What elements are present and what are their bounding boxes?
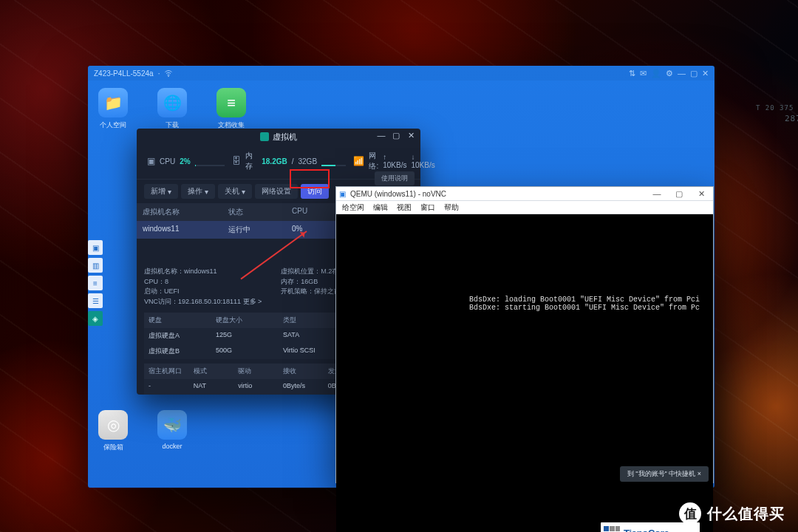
shutdown-button[interactable]: 关机▾ xyxy=(218,184,252,199)
usage-button[interactable]: 使用说明 xyxy=(375,171,415,185)
menu-item[interactable]: 视图 xyxy=(397,202,412,213)
wifi-icon xyxy=(164,69,173,78)
vm-close-icon[interactable]: ✕ xyxy=(404,129,417,142)
desktop-icon-personal[interactable]: 📁个人空间 xyxy=(92,88,134,130)
menu-item[interactable]: 窗口 xyxy=(420,202,435,213)
folder-icon: 📁 xyxy=(98,88,128,117)
dock-item-3[interactable]: ≡ xyxy=(88,276,103,290)
left-dock: ▣ ▥ ≡ ☰ ◈ xyxy=(88,240,103,326)
transfer-icon[interactable]: ⇅ xyxy=(629,69,635,78)
chevron-down-icon: ▾ xyxy=(242,188,245,196)
gear-icon[interactable]: ⚙ xyxy=(666,69,673,78)
watermark: 值 什么值得买 xyxy=(679,502,785,525)
dock-item-4[interactable]: ☰ xyxy=(88,293,103,308)
win-maximize-icon[interactable]: ▢ xyxy=(670,189,688,199)
network-icon: 📶 xyxy=(353,156,364,166)
desktop-icons-row-top: 📁个人空间 🌐下载 ≡文档收集 xyxy=(92,88,252,130)
maximize-icon[interactable]: ▢ xyxy=(690,69,698,78)
vm-app-icon xyxy=(260,132,269,141)
desktop-icon-docker[interactable]: 🐳docker xyxy=(151,410,193,452)
new-button[interactable]: 新增▾ xyxy=(144,184,178,199)
chevron-down-icon: ▾ xyxy=(205,188,208,196)
chevron-down-icon: ▾ xyxy=(168,188,171,196)
hud-readout: T 20 375 78128777 xyxy=(756,103,798,124)
novnc-titlebar[interactable]: ▣ QEMU (windows11) - noVNC — ▢ ✕ xyxy=(336,187,713,201)
app-icon: ▣ xyxy=(339,190,346,198)
novnc-window: ▣ QEMU (windows11) - noVNC — ▢ ✕ 给空闲 编辑 … xyxy=(335,186,714,483)
dock-item-1[interactable]: ▣ xyxy=(88,240,103,255)
desktop-icons-row-bottom: ◎保险箱 🐳docker xyxy=(92,410,193,452)
safe-icon: ◎ xyxy=(98,410,128,440)
mail-icon[interactable]: ✉ xyxy=(640,69,647,78)
nas-desktop-window: Z423-P4LL-5524a · ⇅ ✉ 👤 ⚙ — ▢ ✕ 📁个人空间 🌐下… xyxy=(88,66,715,488)
desktop-icon-safe[interactable]: ◎保险箱 xyxy=(92,410,134,452)
boot-screen[interactable]: BdsDxe: loading Boot0001 "UEFI Misc Devi… xyxy=(336,214,713,532)
memory-icon: 🗄 xyxy=(232,156,241,166)
vm-maximize-icon[interactable]: ▢ xyxy=(389,129,403,142)
menu-item[interactable]: 帮助 xyxy=(444,202,459,213)
user-icon[interactable]: 👤 xyxy=(651,69,661,78)
minimize-icon[interactable]: — xyxy=(678,69,686,78)
win-minimize-icon[interactable]: — xyxy=(648,189,666,198)
snackbar[interactable]: 到 "我的账号" 中快捷机 × xyxy=(620,466,709,482)
novnc-menubar: 给空闲 编辑 视图 窗口 帮助 xyxy=(336,201,713,214)
hostname: Z423-P4LL-5524a xyxy=(94,69,154,78)
watermark-icon: 值 xyxy=(679,502,701,525)
win-close-icon[interactable]: ✕ xyxy=(692,189,710,199)
titlebar[interactable]: Z423-P4LL-5524a · ⇅ ✉ 👤 ⚙ — ▢ ✕ xyxy=(88,66,715,81)
close-icon[interactable]: ✕ xyxy=(702,69,709,78)
menu-item[interactable]: 编辑 xyxy=(373,202,388,213)
vm-titlebar[interactable]: 虚拟机 — ▢ ✕ xyxy=(137,129,420,145)
operate-button[interactable]: 操作▾ xyxy=(181,184,215,199)
annotation-box xyxy=(290,169,330,188)
menu-item[interactable]: 给空闲 xyxy=(342,202,364,213)
desktop-icon-docs[interactable]: ≡文档收集 xyxy=(211,88,252,130)
novnc-title: QEMU (windows11) - noVNC xyxy=(350,190,446,198)
tianocore-logo-icon xyxy=(604,526,620,532)
dock-item-vm[interactable]: ◈ xyxy=(88,311,103,326)
list-icon: ≡ xyxy=(216,88,246,117)
dock-item-2[interactable]: ▥ xyxy=(88,258,103,273)
desktop-icon-download[interactable]: 🌐下载 xyxy=(151,88,193,130)
svg-point-0 xyxy=(168,76,169,77)
docker-icon: 🐳 xyxy=(157,410,187,440)
vm-title: 虚拟机 xyxy=(273,132,297,143)
globe-icon: 🌐 xyxy=(157,88,187,117)
cpu-icon: ▣ xyxy=(147,156,155,166)
vm-minimize-icon[interactable]: — xyxy=(375,129,388,142)
divider: · xyxy=(158,69,160,78)
